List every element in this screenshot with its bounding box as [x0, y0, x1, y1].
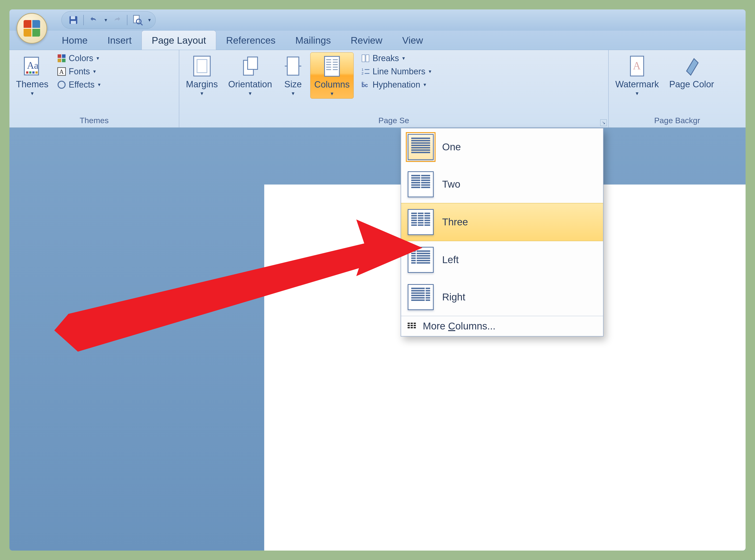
quick-access-toolbar: ▾ ▾ — [61, 11, 156, 29]
svg-rect-47 — [408, 323, 410, 324]
effects-button[interactable]: Effects ▾ — [55, 79, 102, 91]
svg-rect-54 — [414, 325, 416, 326]
margins-label: Margins — [186, 79, 218, 89]
svg-text:Aa: Aa — [27, 60, 38, 71]
hyphenation-label: Hyphenation — [372, 80, 420, 90]
tab-home[interactable]: Home — [52, 31, 98, 50]
columns-more-option[interactable]: More Columns... — [401, 316, 603, 336]
columns-left-label: Left — [442, 254, 459, 265]
undo-dropdown-icon[interactable]: ▾ — [104, 17, 107, 23]
columns-left-icon — [408, 247, 434, 273]
size-button[interactable]: Size ▼ — [279, 53, 307, 98]
tab-page-layout[interactable]: Page Layout — [142, 31, 216, 50]
tab-mailings[interactable]: Mailings — [285, 31, 341, 50]
word-window: ▾ ▾ Home Insert Page Layout References M… — [9, 9, 746, 551]
line-numbers-button[interactable]: 12 Line Numbers ▾ — [359, 66, 433, 77]
svg-rect-52 — [411, 327, 413, 328]
redo-icon — [112, 15, 122, 25]
office-logo-icon — [24, 20, 40, 37]
columns-option-one[interactable]: One — [401, 128, 603, 166]
orientation-button[interactable]: Orientation ▼ — [224, 53, 276, 98]
save-button[interactable] — [66, 14, 80, 27]
colors-label: Colors — [69, 53, 93, 63]
svg-text:A: A — [633, 60, 641, 72]
size-label: Size — [284, 79, 302, 89]
chevron-down-icon: ▼ — [291, 91, 295, 96]
columns-option-two[interactable]: Two — [401, 166, 603, 203]
columns-option-three[interactable]: Three — [401, 203, 603, 241]
group-themes: Aa Themes ▼ Colors ▾ A Fonts ▾ — [9, 50, 179, 127]
tab-view[interactable]: View — [392, 31, 433, 50]
fonts-icon: A — [57, 67, 66, 76]
chevron-down-icon: ▼ — [330, 91, 334, 97]
themes-label: Themes — [16, 79, 48, 89]
margins-button[interactable]: Margins ▼ — [182, 53, 222, 98]
columns-three-label: Three — [442, 216, 468, 228]
columns-dropdown: One Two Three Left Right — [401, 128, 604, 337]
columns-icon — [321, 55, 343, 78]
group-page-setup: Margins ▼ Orientation ▼ Size ▼ — [179, 50, 609, 127]
tab-review[interactable]: Review — [341, 31, 392, 50]
fonts-label: Fonts — [69, 66, 90, 77]
qat-customize-icon[interactable]: ▾ — [148, 17, 151, 23]
chevron-down-icon: ▼ — [30, 91, 35, 96]
effects-label: Effects — [69, 80, 94, 90]
undo-button[interactable] — [87, 14, 101, 27]
titlebar: ▾ ▾ — [9, 9, 746, 31]
svg-text:2: 2 — [362, 71, 363, 75]
svg-rect-13 — [62, 54, 66, 58]
more-columns-icon — [407, 321, 417, 331]
columns-two-icon — [408, 171, 434, 197]
redo-button[interactable] — [110, 14, 124, 27]
themes-button[interactable]: Aa Themes ▼ — [12, 53, 52, 98]
group-page-setup-label: Page Se — [182, 115, 606, 126]
breaks-icon — [361, 54, 370, 63]
watermark-button[interactable]: A Watermark ▼ — [612, 53, 662, 98]
svg-line-5 — [141, 23, 143, 25]
watermark-icon: A — [627, 54, 648, 78]
columns-option-left[interactable]: Left — [401, 241, 603, 278]
hyphenation-button[interactable]: bca- Hyphenation ▾ — [359, 79, 433, 91]
line-numbers-icon: 12 — [361, 67, 370, 76]
watermark-label: Watermark — [615, 79, 659, 89]
svg-text:1: 1 — [362, 67, 363, 72]
chevron-down-icon: ▼ — [248, 91, 252, 96]
columns-button[interactable]: Columns ▼ — [310, 53, 354, 99]
orientation-label: Orientation — [228, 79, 272, 89]
chevron-down-icon: ▾ — [98, 82, 101, 88]
group-page-background: A Watermark ▼ Page Color Page Backgr — [609, 50, 746, 127]
chevron-down-icon: ▼ — [200, 91, 204, 96]
svg-rect-10 — [32, 72, 35, 74]
colors-button[interactable]: Colors ▾ — [55, 53, 102, 64]
chevron-down-icon: ▾ — [424, 82, 426, 88]
orientation-icon — [240, 54, 261, 78]
chevron-down-icon: ▾ — [402, 55, 405, 61]
margins-icon — [191, 54, 212, 78]
qat-separator — [83, 15, 84, 25]
page-color-button[interactable]: Page Color — [665, 53, 718, 91]
svg-rect-48 — [408, 325, 410, 326]
columns-one-label: One — [442, 141, 461, 153]
colors-icon — [57, 54, 66, 63]
svg-rect-23 — [287, 57, 299, 75]
group-themes-label: Themes — [12, 115, 176, 126]
svg-rect-38 — [366, 55, 369, 62]
themes-icon: Aa — [22, 54, 43, 78]
svg-rect-51 — [411, 325, 413, 326]
svg-rect-8 — [26, 72, 28, 74]
fonts-button[interactable]: A Fonts ▾ — [55, 66, 102, 77]
office-button[interactable] — [17, 13, 47, 44]
print-preview-button[interactable] — [130, 14, 144, 27]
tab-references[interactable]: References — [216, 31, 285, 50]
page-color-label: Page Color — [669, 79, 714, 89]
svg-text:a-: a- — [362, 80, 365, 84]
svg-rect-53 — [414, 323, 416, 324]
tab-insert[interactable]: Insert — [98, 31, 142, 50]
ribbon-tabs: Home Insert Page Layout References Maili… — [9, 31, 746, 50]
breaks-button[interactable]: Breaks ▾ — [359, 53, 433, 64]
svg-rect-55 — [414, 327, 416, 328]
size-icon — [282, 54, 304, 78]
page-setup-dialog-launcher[interactable]: ↘ — [600, 119, 607, 126]
save-icon — [68, 15, 79, 25]
columns-option-right[interactable]: Right — [401, 278, 603, 316]
